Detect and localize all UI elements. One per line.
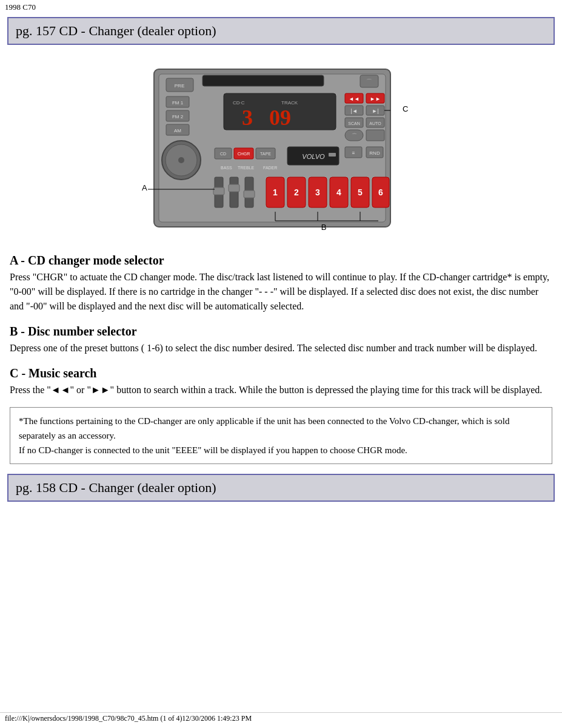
svg-rect-55 [229,184,239,192]
svg-text:09: 09 [269,106,291,130]
svg-text:RND: RND [369,150,380,156]
svg-text:2: 2 [294,187,299,197]
svg-point-15 [178,157,184,163]
svg-text:⌒: ⌒ [366,78,372,85]
page-157-title: pg. 157 CD - Changer (dealer option) [16,23,216,38]
cd-player-svg: PRE ⌒ FM 1 FM 2 AM CD·C TRACK 3 [136,57,427,239]
svg-text:4: 4 [336,187,341,197]
svg-text:3: 3 [315,187,320,197]
svg-rect-35 [366,130,384,141]
svg-text:B: B [321,223,326,232]
svg-text:CHGR: CHGR [237,152,250,156]
svg-text:SCAN: SCAN [348,121,360,126]
svg-text:TREBLE: TREBLE [238,166,255,170]
note-box: *The functions pertaining to the CD-chan… [10,407,552,464]
svg-text:FM 1: FM 1 [172,100,183,106]
svg-text:|◄: |◄ [350,108,357,114]
section-a-body: Press "CHGR" to actuate the CD changer m… [10,270,552,314]
svg-text:FADER: FADER [263,166,277,170]
svg-text:PRE: PRE [174,83,184,89]
svg-text:►|: ►| [372,108,378,114]
svg-text:⌒: ⌒ [351,133,356,139]
bottom-bar-text: file:///K|/ownersdocs/1998/1998_C70/98c7… [5,714,252,723]
page-157-header: pg. 157 CD - Changer (dealer option) [7,17,555,45]
section-a-heading: A - CD changer mode selector [10,254,552,268]
svg-text:1: 1 [273,187,278,197]
svg-text:FM 2: FM 2 [172,114,183,120]
svg-text:A: A [142,183,147,192]
svg-text:TRACK: TRACK [281,100,298,106]
svg-rect-54 [230,177,238,207]
page-158-title: pg. 158 CD - Changer (dealer option) [16,480,216,495]
svg-text:BASS: BASS [221,166,232,170]
cd-player-wrapper: PRE ⌒ FM 1 FM 2 AM CD·C TRACK 3 [136,57,427,241]
svg-text:TAPE: TAPE [260,152,271,156]
svg-rect-4 [202,75,324,86]
svg-text:◄◄: ◄◄ [349,96,360,102]
cd-player-image-container: PRE ⌒ FM 1 FM 2 AM CD·C TRACK 3 [136,57,427,241]
bottom-bar: file:///K|/ownersdocs/1998/1998_C70/98c7… [0,712,562,724]
top-bar: 1998 C70 [0,0,562,15]
svg-rect-53 [213,187,224,195]
svg-text:AM: AM [174,128,181,133]
section-c-body: Press the "◄◄" or "►►" button to search … [10,383,552,397]
svg-text:VOLVO: VOLVO [302,153,325,160]
svg-text:AUTO: AUTO [369,121,381,126]
svg-text:6: 6 [378,187,383,197]
svg-rect-47 [329,153,336,157]
page-158-header: pg. 158 CD - Changer (dealer option) [7,474,555,502]
svg-text:CD: CD [219,152,226,156]
svg-text:►►: ►► [370,96,381,102]
section-b-heading: B - Disc number selector [10,325,552,339]
svg-text:CD·C: CD·C [233,100,245,106]
svg-text:≡: ≡ [352,150,355,156]
note-box-text: *The functions pertaining to the CD-chan… [19,416,509,455]
svg-text:C: C [403,104,408,113]
section-c-heading: C - Music search [10,366,552,380]
top-bar-title: 1998 C70 [5,2,36,12]
svg-text:5: 5 [358,187,363,197]
svg-text:3: 3 [242,106,253,130]
section-b-body: Depress one of the preset buttons ( 1-6)… [10,341,552,356]
svg-rect-57 [244,190,255,198]
